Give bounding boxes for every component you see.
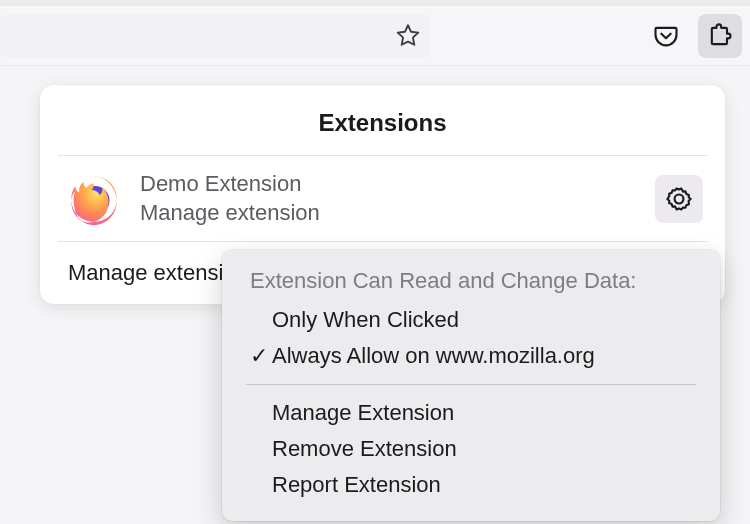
browser-toolbar [0, 6, 750, 66]
puzzle-icon [706, 22, 734, 50]
firefox-icon [68, 173, 120, 225]
extension-subtitle: Manage extension [140, 199, 655, 228]
menu-item-label: Report Extension [272, 472, 441, 498]
gear-icon [665, 185, 693, 213]
extension-row[interactable]: Demo Extension Manage extension [40, 156, 725, 241]
pocket-button[interactable] [644, 14, 688, 58]
check-icon: ✓ [250, 343, 272, 369]
divider [246, 384, 696, 385]
extensions-button[interactable] [698, 14, 742, 58]
menu-item-label: Always Allow on www.mozilla.org [272, 343, 595, 369]
menu-item-label: Remove Extension [272, 436, 457, 462]
url-bar[interactable] [0, 14, 430, 58]
menu-item-report-extension[interactable]: Report Extension [222, 467, 720, 503]
extension-name: Demo Extension [140, 170, 655, 199]
extension-settings-button[interactable] [655, 175, 703, 223]
menu-item-label: Only When Clicked [272, 307, 459, 333]
menu-item-remove-extension[interactable]: Remove Extension [222, 431, 720, 467]
context-menu-header: Extension Can Read and Change Data: [222, 264, 720, 302]
menu-item-only-when-clicked[interactable]: Only When Clicked [222, 302, 720, 338]
star-icon [394, 22, 422, 50]
menu-item-manage-extension[interactable]: Manage Extension [222, 395, 720, 431]
bookmark-star-button[interactable] [392, 20, 424, 52]
pocket-icon [652, 22, 680, 50]
extension-context-menu: Extension Can Read and Change Data: Only… [222, 250, 720, 521]
menu-item-always-allow[interactable]: ✓ Always Allow on www.mozilla.org [222, 338, 720, 374]
panel-title: Extensions [40, 85, 725, 155]
menu-item-label: Manage Extension [272, 400, 454, 426]
